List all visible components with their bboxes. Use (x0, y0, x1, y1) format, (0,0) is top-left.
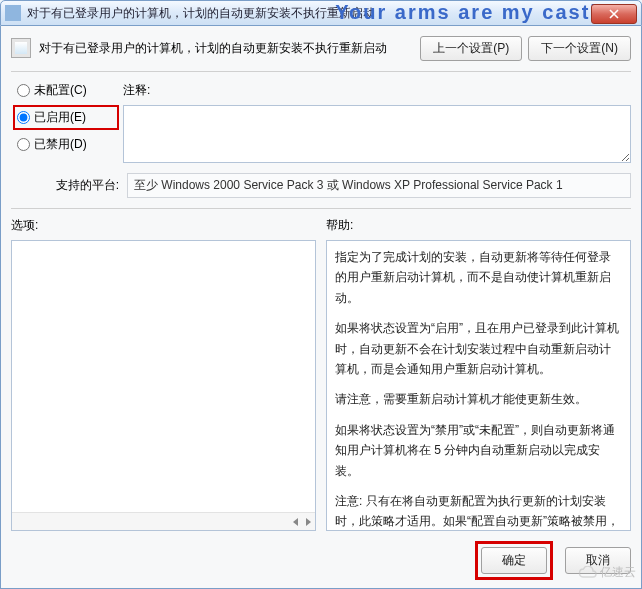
help-paragraph: 指定为了完成计划的安装，自动更新将等待任何登录的用户重新启动计算机，而不是自动使… (335, 247, 622, 308)
scroll-left-icon[interactable] (293, 518, 298, 526)
platform-label: 支持的平台: (11, 177, 119, 194)
prev-setting-button[interactable]: 上一个设置(P) (420, 36, 522, 61)
radio-enabled-label: 已启用(E) (34, 109, 86, 126)
options-label: 选项: (11, 217, 316, 234)
config-row: 未配置(C) 已启用(E) 已禁用(D) 注释: (11, 72, 631, 169)
help-paragraph: 请注意，需要重新启动计算机才能使更新生效。 (335, 389, 622, 409)
radio-disabled[interactable]: 已禁用(D) (17, 136, 111, 153)
help-label: 帮助: (326, 217, 631, 234)
close-icon (609, 9, 619, 19)
ok-button[interactable]: 确定 (481, 547, 547, 574)
ok-highlight: 确定 (475, 541, 553, 580)
main-panes: 选项: 帮助: 指定为了完成计划的安装，自动更新将等待任何登录的用户重新启动计算… (11, 209, 631, 531)
overlay-watermark-text: Your arms are my castle (335, 1, 611, 24)
comment-textarea[interactable] (123, 105, 631, 163)
next-setting-button[interactable]: 下一个设置(N) (528, 36, 631, 61)
brand-watermark: 亿速云 (577, 564, 636, 581)
radio-disabled-label: 已禁用(D) (34, 136, 87, 153)
options-box[interactable] (11, 240, 316, 531)
radio-disabled-input[interactable] (17, 138, 30, 151)
options-scroll-footer (12, 512, 315, 530)
radio-not-configured-label: 未配置(C) (34, 82, 87, 99)
policy-header: 对于有已登录用户的计算机，计划的自动更新安装不执行重新启动 上一个设置(P) 下… (11, 36, 631, 72)
help-pane: 帮助: 指定为了完成计划的安装，自动更新将等待任何登录的用户重新启动计算机，而不… (326, 217, 631, 531)
window-close-button[interactable] (591, 4, 637, 24)
radio-not-configured-input[interactable] (17, 84, 30, 97)
dialog-body: 对于有已登录用户的计算机，计划的自动更新安装不执行重新启动 上一个设置(P) 下… (0, 26, 642, 589)
radio-enabled[interactable]: 已启用(E) (13, 105, 119, 130)
comment-column: 注释: (123, 82, 631, 163)
policy-icon (11, 38, 31, 58)
scroll-right-icon[interactable] (306, 518, 311, 526)
dialog-footer: 确定 取消 (11, 531, 631, 580)
help-paragraph: 如果将状态设置为“禁用”或“未配置”，则自动更新将通知用户计算机将在 5 分钟内… (335, 420, 622, 481)
brand-text: 亿速云 (600, 564, 636, 581)
help-paragraph: 如果将状态设置为“启用”，且在用户已登录到此计算机时，自动更新不会在计划安装过程… (335, 318, 622, 379)
window-title: 对于有已登录用户的计算机，计划的自动更新安装不执行重新启动 (27, 5, 375, 22)
radio-group: 未配置(C) 已启用(E) 已禁用(D) (11, 82, 111, 153)
radio-not-configured[interactable]: 未配置(C) (17, 82, 111, 99)
help-box[interactable]: 指定为了完成计划的安装，自动更新将等待任何登录的用户重新启动计算机，而不是自动使… (326, 240, 631, 531)
options-pane: 选项: (11, 217, 316, 531)
radio-enabled-input[interactable] (17, 111, 30, 124)
platform-row: 支持的平台: 至少 Windows 2000 Service Pack 3 或 … (11, 169, 631, 209)
window-icon (5, 5, 21, 21)
comment-label: 注释: (123, 82, 631, 99)
nav-buttons: 上一个设置(P) 下一个设置(N) (420, 36, 631, 61)
platform-value: 至少 Windows 2000 Service Pack 3 或 Windows… (127, 173, 631, 198)
policy-title: 对于有已登录用户的计算机，计划的自动更新安装不执行重新启动 (39, 36, 410, 57)
titlebar: 对于有已登录用户的计算机，计划的自动更新安装不执行重新启动 Your arms … (0, 0, 642, 26)
cloud-icon (577, 566, 597, 580)
help-paragraph: 注意: 只有在将自动更新配置为执行更新的计划安装时，此策略才适用。如果“配置自动… (335, 491, 622, 531)
